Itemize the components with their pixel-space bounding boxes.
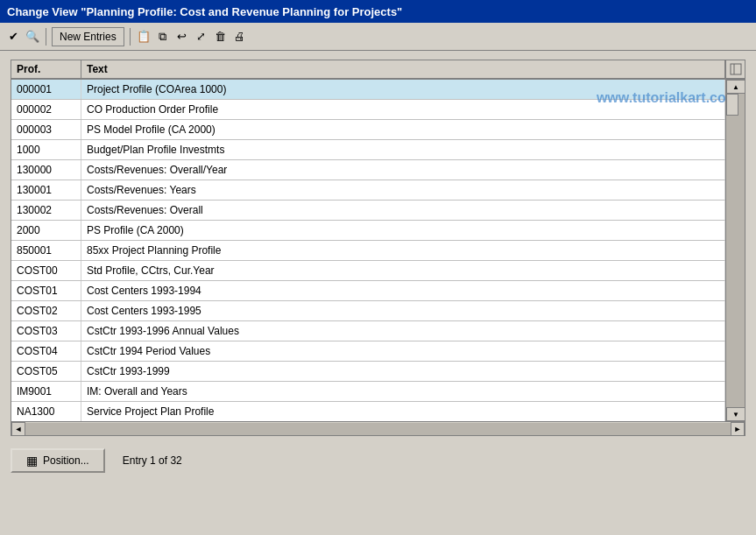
cell-text: IM: Overall and Years [81, 382, 725, 401]
table-row[interactable]: NA1300Service Project Plan Profile [11, 402, 725, 421]
table-row[interactable]: 000003PS Model Profile (CA 2000) [11, 120, 725, 140]
position-button-label: Position... [43, 454, 89, 467]
cell-prof: 1000 [11, 140, 81, 159]
cell-text: Project Profile (COArea 1000) [81, 80, 725, 99]
cell-text: Costs/Revenues: Years [81, 180, 725, 200]
print-icon[interactable]: 🖨 [232, 29, 248, 45]
scroll-up-button[interactable]: ▲ [726, 80, 745, 94]
table-row[interactable]: COST00Std Profile, CCtrs, Cur.Year [11, 261, 725, 281]
table-row[interactable]: 1000Budget/Plan Profile Investmts [11, 140, 725, 160]
scroll-right-button[interactable]: ► [731, 422, 745, 436]
cell-text: Cost Centers 1993-1995 [81, 301, 725, 320]
cell-prof: COST00 [11, 261, 81, 280]
scroll-left-button[interactable]: ◄ [11, 422, 25, 436]
cell-prof: 850001 [11, 241, 81, 260]
cell-prof: 2000 [11, 221, 81, 240]
new-entries-button[interactable]: New Entries [52, 27, 124, 46]
cell-text: Budget/Plan Profile Investmts [81, 140, 725, 159]
rows-container: 000001Project Profile (COArea 1000)00000… [11, 80, 725, 421]
scroll-thumb[interactable] [726, 94, 738, 116]
toolbar: ✔ 🔍 New Entries 📋 ⧉ ↩ ⤢ 🗑 🖨 [0, 23, 756, 51]
hscroll-track [25, 423, 731, 435]
bottom-area: ▦ Position... Entry 1 of 32 [11, 448, 745, 473]
table-row[interactable]: 2000PS Profile (CA 2000) [11, 221, 725, 241]
cell-text: PS Model Profile (CA 2000) [81, 120, 725, 139]
delete-icon[interactable]: 🗑 [213, 29, 229, 45]
table-row[interactable]: 130002Costs/Revenues: Overall [11, 201, 725, 221]
table-row[interactable]: COST04CstCtr 1994 Period Values [11, 341, 725, 362]
cell-text: CstCtr 1994 Period Values [81, 341, 725, 361]
col-header-prof: Prof. [11, 60, 81, 78]
move-icon[interactable]: ⤢ [194, 29, 209, 45]
svg-rect-0 [731, 64, 741, 74]
cell-prof: COST01 [11, 281, 81, 300]
cell-prof: 000002 [11, 100, 81, 119]
resize-icon [730, 63, 742, 75]
position-icon: ▦ [26, 454, 38, 468]
copy-icon[interactable]: ⧉ [155, 29, 171, 45]
toolbar-separator-2 [130, 28, 131, 46]
data-table: Prof. Text 000001Project Profile (COArea… [11, 60, 745, 436]
table-row[interactable]: 130000Costs/Revenues: Overall/Year [11, 160, 725, 180]
table-row[interactable]: 130001Costs/Revenues: Years [11, 180, 725, 201]
table-header: Prof. Text [11, 60, 745, 80]
scroll-track [726, 94, 745, 407]
table-row[interactable]: 85000185xx Project Planning Profile [11, 241, 725, 261]
cell-text: Cost Centers 1993-1994 [81, 281, 725, 300]
table-row[interactable]: COST03CstCtr 1993-1996 Annual Values [11, 321, 725, 341]
undo-icon[interactable]: ↩ [174, 29, 190, 45]
table-row[interactable]: 000002CO Production Order Profile [11, 100, 725, 120]
cell-text: CO Production Order Profile [81, 100, 725, 119]
cell-prof: COST04 [11, 341, 81, 361]
column-resize-indicator[interactable] [725, 60, 745, 78]
table-row[interactable]: COST01Cost Centers 1993-1994 [11, 281, 725, 301]
cell-prof: IM9001 [11, 382, 81, 401]
cell-text: Std Profile, CCtrs, Cur.Year [81, 261, 725, 280]
cell-text: Costs/Revenues: Overall/Year [81, 160, 725, 180]
cell-prof: 130000 [11, 160, 81, 180]
col-header-text: Text [81, 60, 725, 78]
search-icon[interactable]: 🔍 [25, 29, 40, 45]
cell-prof: COST02 [11, 301, 81, 320]
main-content: Prof. Text 000001Project Profile (COArea… [0, 51, 756, 535]
title-bar: Change View "Planning Profile: Cost and … [0, 0, 756, 23]
table-row[interactable]: IM9001IM: Overall and Years [11, 382, 725, 402]
details-icon[interactable]: 📋 [136, 29, 152, 45]
horizontal-scrollbar[interactable]: ◄ ► [11, 421, 745, 435]
entry-info: Entry 1 of 32 [123, 454, 182, 467]
position-button[interactable]: ▦ Position... [11, 448, 105, 473]
cell-prof: COST05 [11, 362, 81, 381]
cell-text: PS Profile (CA 2000) [81, 221, 725, 240]
table-row[interactable]: COST05CstCtr 1993-1999 [11, 362, 725, 382]
vertical-scrollbar[interactable]: ▲ ▼ [725, 80, 745, 421]
checkmark-icon[interactable]: ✔ [5, 29, 21, 45]
cell-text: Costs/Revenues: Overall [81, 201, 725, 220]
cell-prof: 130002 [11, 201, 81, 220]
cell-prof: NA1300 [11, 402, 81, 421]
cell-text: 85xx Project Planning Profile [81, 241, 725, 260]
title-text: Change View "Planning Profile: Cost and … [7, 5, 402, 18]
table-row[interactable]: COST02Cost Centers 1993-1995 [11, 301, 725, 321]
cell-text: CstCtr 1993-1996 Annual Values [81, 321, 725, 341]
cell-prof: 000003 [11, 120, 81, 139]
cell-prof: 000001 [11, 80, 81, 99]
cell-text: Service Project Plan Profile [81, 402, 725, 421]
cell-prof: 130001 [11, 180, 81, 200]
toolbar-separator-1 [46, 28, 46, 46]
cell-text: CstCtr 1993-1999 [81, 362, 725, 381]
cell-prof: COST03 [11, 321, 81, 341]
table-row[interactable]: 000001Project Profile (COArea 1000) [11, 80, 725, 100]
table-body: 000001Project Profile (COArea 1000)00000… [11, 80, 725, 421]
scroll-down-button[interactable]: ▼ [726, 407, 745, 421]
